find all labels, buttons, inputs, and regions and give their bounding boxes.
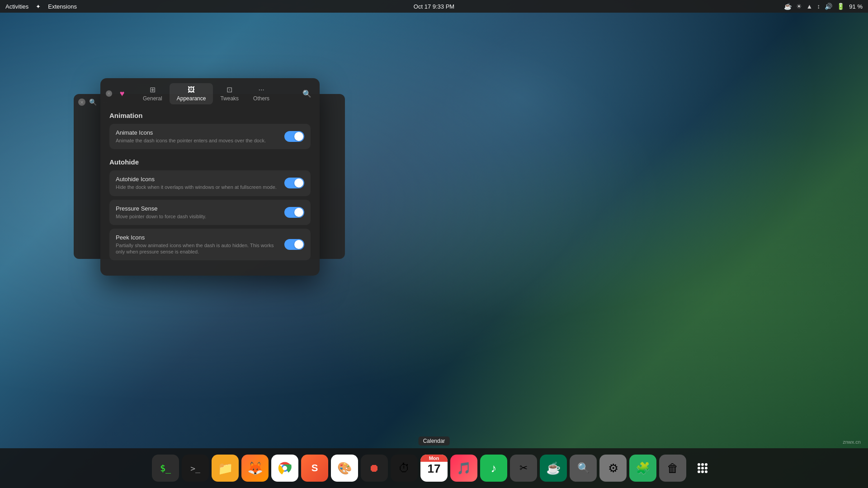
calendar-day: 17: [428, 462, 441, 474]
battery-icon[interactable]: 🔋: [837, 3, 844, 10]
terminal-icon: $_: [160, 463, 171, 474]
crop-icon: ✂: [519, 462, 528, 474]
dock-app-extensions[interactable]: 🧩: [629, 455, 656, 482]
sublime-icon: S: [311, 462, 318, 474]
dock-app-obs[interactable]: ⏺: [361, 455, 388, 482]
animate-icons-name: Animate Icons: [116, 129, 277, 136]
peek-icons-card: Peek Icons Partially show animated icons…: [109, 229, 311, 261]
peek-icons-name: Peek Icons: [116, 234, 277, 241]
appearance-icon: 🖼: [188, 86, 195, 94]
peek-icons-knob: [294, 240, 303, 249]
dock-app-trash[interactable]: 🗑: [659, 455, 686, 482]
dock: $_ >_ 📁 🦊 S 🎨 ⏺ ⏱ Mon 17: [0, 448, 868, 488]
volume-icon[interactable]: 🔊: [825, 3, 832, 10]
dock-app-chrome[interactable]: [271, 455, 298, 482]
pressure-sense-desc: Move pointer down to force dash visiblit…: [116, 213, 277, 220]
tweaks-icon: ⊡: [226, 85, 232, 94]
svg-point-5: [698, 467, 700, 469]
activities-button[interactable]: Activities: [5, 3, 28, 10]
svg-point-3: [701, 463, 704, 466]
topbar-right: ☕ ☀ ▲ ↕ 🔊 🔋 91 %: [784, 3, 863, 10]
music-icon: 🎵: [457, 461, 471, 475]
wifi-icon[interactable]: ▲: [807, 3, 813, 10]
tab-others[interactable]: ··· Others: [246, 83, 277, 104]
autohide-section-title: Autohide: [109, 158, 311, 166]
svg-point-7: [705, 467, 708, 469]
coffee-icon[interactable]: ☕: [784, 3, 792, 10]
dock-app-inkscape[interactable]: 🎨: [331, 455, 358, 482]
network-icon[interactable]: ↕: [817, 3, 820, 10]
pressure-sense-knob: [294, 208, 303, 217]
autohide-icons-toggle[interactable]: [284, 178, 304, 188]
obs-icon: ⏺: [369, 462, 380, 474]
animate-icons-knob: [294, 132, 303, 141]
brightness-icon[interactable]: ☀: [796, 3, 802, 10]
peek-icons-toggle[interactable]: [284, 239, 304, 250]
search-icon: 🔍: [577, 462, 590, 474]
animation-section-title: Animation: [109, 112, 311, 119]
svg-point-1: [283, 466, 287, 470]
watermark: znwx.cn: [843, 439, 861, 445]
battery-label: 91 %: [849, 3, 863, 10]
animate-icons-desc: Animate the dash icons the pointer enter…: [116, 137, 277, 144]
chrome-icon: [278, 461, 292, 475]
inkscape-icon: 🎨: [337, 461, 352, 475]
settings-icon: ⚙: [608, 461, 618, 475]
autohide-icons-knob: [294, 178, 303, 188]
pressure-sense-toggle[interactable]: [284, 207, 304, 218]
clock-icon: ⏱: [398, 461, 410, 475]
dock-app-settings[interactable]: ⚙: [599, 455, 627, 482]
settings-window: ✕ ♥ ⊞ General 🖼 Appearance ⊡ Tweaks ··· …: [100, 78, 320, 276]
extensions-icon: ✦: [36, 3, 41, 10]
dock-app-terminal2[interactable]: >_: [182, 455, 209, 482]
files-icon: 📁: [217, 461, 233, 476]
others-icon: ···: [258, 86, 264, 94]
animate-icons-card: Animate Icons Animate the dash icons the…: [109, 124, 311, 149]
pressure-sense-text: Pressure Sense Move pointer down to forc…: [116, 205, 277, 220]
window-close-button[interactable]: ✕: [106, 90, 112, 97]
calendar-header: Mon: [420, 455, 448, 462]
tab-appearance[interactable]: 🖼 Appearance: [170, 83, 213, 104]
svg-point-10: [705, 470, 708, 473]
dock-app-firefox[interactable]: 🦊: [241, 455, 269, 482]
svg-point-9: [701, 470, 704, 473]
background-window-close[interactable]: ✕: [78, 99, 85, 106]
dock-app-search[interactable]: 🔍: [570, 455, 597, 482]
spotify-icon: ♪: [491, 461, 497, 475]
topbar: Activities ✦ Extensions Oct 17 9:33 PM ☕…: [0, 0, 868, 13]
topbar-center: Oct 17 9:33 PM: [414, 3, 454, 10]
trash-icon: 🗑: [667, 461, 679, 475]
dock-app-music[interactable]: 🎵: [450, 455, 477, 482]
terminal2-icon: >_: [190, 464, 200, 473]
tab-bar: ⊞ General 🖼 Appearance ⊡ Tweaks ··· Othe…: [132, 83, 296, 104]
dock-app-clock[interactable]: ⏱: [391, 455, 418, 482]
window-content: Animation Animate Icons Animate the dash…: [100, 104, 320, 276]
favorite-button[interactable]: ♥: [116, 87, 128, 100]
firefox-icon: 🦊: [247, 461, 263, 476]
tab-appearance-label: Appearance: [177, 95, 206, 102]
dock-app-files[interactable]: 📁: [212, 455, 239, 482]
dock-app-grid[interactable]: [689, 455, 716, 482]
animate-icons-toggle[interactable]: [284, 131, 304, 142]
dock-app-crop[interactable]: ✂: [510, 455, 537, 482]
tab-tweaks-label: Tweaks: [220, 95, 239, 102]
tab-general-label: General: [143, 95, 162, 102]
dock-app-sublime[interactable]: S: [301, 455, 328, 482]
window-titlebar: ✕ ♥ ⊞ General 🖼 Appearance ⊡ Tweaks ··· …: [100, 78, 320, 104]
datetime-label: Oct 17 9:33 PM: [414, 3, 454, 10]
dock-app-terminal[interactable]: $_: [152, 455, 179, 482]
search-button[interactable]: 🔍: [300, 87, 314, 101]
pressure-sense-name: Pressure Sense: [116, 205, 277, 212]
svg-point-6: [701, 467, 704, 469]
bg-window-search-icon[interactable]: 🔍: [89, 99, 97, 106]
dock-app-calendar[interactable]: Mon 17: [420, 455, 448, 482]
extensions-button[interactable]: Extensions: [48, 3, 77, 10]
dock-app-spotify[interactable]: ♪: [480, 455, 507, 482]
pressure-sense-card: Pressure Sense Move pointer down to forc…: [109, 200, 311, 225]
tab-general[interactable]: ⊞ General: [136, 83, 170, 104]
svg-point-2: [698, 463, 700, 466]
topbar-left: Activities ✦ Extensions: [5, 3, 77, 10]
tab-tweaks[interactable]: ⊡ Tweaks: [213, 83, 246, 104]
dock-app-starbucks[interactable]: ☕: [540, 455, 567, 482]
autohide-icons-name: Autohide Icons: [116, 176, 277, 183]
